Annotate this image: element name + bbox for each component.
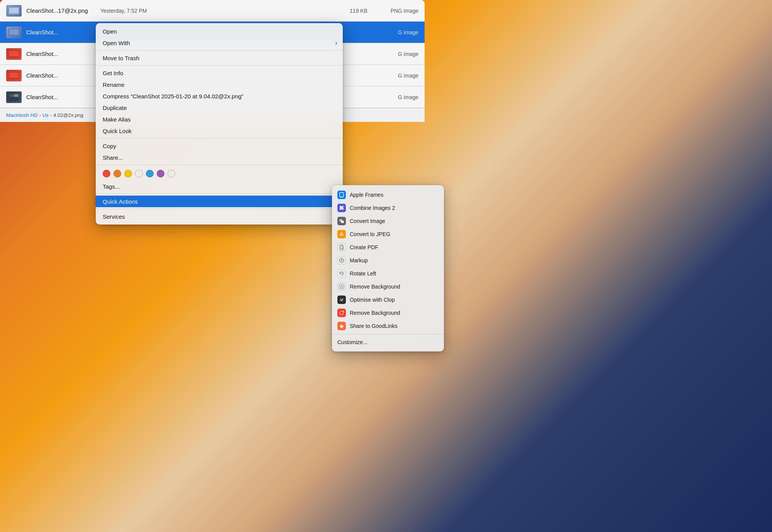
menu-compress[interactable]: Compress “CleanShot 2025-01-20 at 9.04.0… [96, 90, 343, 102]
submenu-markup[interactable]: Markup [332, 254, 444, 267]
submenu-optimise-clop[interactable]: Optimise with Clop [332, 293, 444, 306]
remove-background-icon-1 [337, 282, 346, 291]
menu-share[interactable]: Share... [96, 152, 343, 163]
submenu-separator [332, 334, 444, 334]
file-type-4: G image [372, 94, 418, 100]
file-thumbnail-0 [6, 5, 22, 17]
svg-rect-9 [9, 94, 14, 97]
menu-quick-look[interactable]: Quick Look [96, 125, 343, 137]
file-name-3: CleanShot... [26, 72, 96, 79]
separator-3 [96, 138, 343, 138]
submenu-rotate-left[interactable]: Rotate Left [332, 267, 444, 280]
menu-duplicate[interactable]: Duplicate [96, 102, 343, 113]
separator-4 [96, 165, 343, 165]
file-type-3: G image [372, 73, 418, 79]
svg-rect-7 [9, 73, 19, 78]
submenu-convert-jpeg[interactable]: Convert to JPEG [332, 228, 444, 241]
submenu-customize[interactable]: Customize... [332, 336, 444, 348]
menu-services[interactable]: Services [96, 211, 343, 222]
separator-5 [96, 194, 343, 194]
submenu-combine-images[interactable]: Combine Images 2 [332, 201, 444, 214]
svg-rect-5 [9, 51, 19, 56]
color-red[interactable] [103, 170, 110, 177]
color-none[interactable] [135, 170, 143, 177]
file-thumbnail-3 [6, 70, 22, 81]
breadcrumb-sep-2: › [50, 112, 52, 118]
submenu-share-goodlinks[interactable]: Share to GoodLinks [332, 319, 444, 333]
submenu-convert-image[interactable]: Convert Image [332, 214, 444, 228]
submenu-remove-background-2[interactable]: Remove Background [332, 306, 444, 319]
rotate-left-icon [337, 269, 346, 278]
submenu-apple-frames[interactable]: Apple Frames [332, 188, 444, 201]
color-blue[interactable] [146, 170, 154, 177]
separator-2 [96, 65, 343, 66]
separator-6 [96, 209, 343, 209]
menu-rename[interactable]: Rename [96, 79, 343, 90]
svg-rect-3 [9, 29, 19, 35]
svg-rect-12 [341, 196, 342, 197]
optimise-clop-icon [337, 296, 346, 304]
finder-row-0[interactable]: CleanShot...17@2x.png Yesterday, 7:52 PM… [0, 0, 425, 22]
menu-tags[interactable]: Tags... [96, 181, 343, 192]
share-goodlinks-icon [337, 322, 346, 330]
submenu-create-pdf[interactable]: PDF Create PDF [332, 241, 444, 254]
create-pdf-icon: PDF [337, 243, 346, 252]
file-thumbnail-2 [6, 48, 22, 60]
file-type-1: G image [372, 29, 418, 35]
context-menu: Open Open With Move to Trash Get Info Re… [96, 23, 343, 225]
svg-text:PDF: PDF [340, 247, 344, 249]
svg-rect-14 [341, 221, 344, 223]
color-yellow[interactable] [124, 170, 132, 177]
color-tags-row [96, 167, 343, 181]
file-name-1: CleanShot... [26, 29, 96, 35]
breadcrumb-sep-1: › [39, 112, 41, 118]
menu-quick-actions[interactable]: Quick Actions [96, 196, 343, 207]
menu-open-with[interactable]: Open With [96, 37, 343, 49]
menu-open[interactable]: Open [96, 25, 343, 37]
svg-rect-17 [339, 284, 344, 289]
file-name-4: CleanShot... [26, 94, 96, 100]
breadcrumb-file: 4.02@2x.png [53, 112, 83, 118]
svg-rect-10 [14, 94, 19, 97]
breadcrumb-hd[interactable]: Macintosh HD [6, 112, 38, 118]
remove-background-icon-2 [337, 309, 346, 317]
convert-jpeg-icon [337, 230, 346, 238]
submenu-remove-background-1[interactable]: Remove Background [332, 280, 444, 293]
svg-point-18 [340, 298, 344, 302]
color-orange[interactable] [113, 170, 121, 177]
menu-copy[interactable]: Copy [96, 140, 343, 152]
file-date-0: Yesterday, 7:52 PM [100, 8, 332, 14]
convert-image-icon [337, 217, 346, 225]
file-name-0: CleanShot...17@2x.png [26, 7, 96, 14]
file-name-2: CleanShot... [26, 51, 96, 57]
menu-make-alias[interactable]: Make Alias [96, 113, 343, 125]
color-purple[interactable] [157, 170, 164, 177]
color-gray[interactable] [168, 170, 175, 177]
menu-get-info[interactable]: Get Info [96, 67, 343, 79]
breadcrumb-us[interactable]: Us [42, 112, 49, 118]
quick-actions-submenu: Apple Frames Combine Images 2 Convert Im… [332, 185, 444, 351]
menu-move-to-trash[interactable]: Move to Trash [96, 52, 343, 64]
file-thumbnail-1 [6, 27, 22, 38]
file-type-0: PNG image [372, 8, 418, 14]
markup-icon [337, 256, 346, 265]
separator-1 [96, 50, 343, 51]
svg-rect-1 [9, 8, 19, 13]
apple-frames-icon [337, 191, 346, 199]
combine-images-icon [337, 204, 346, 212]
file-size-0: 119 KB [337, 8, 367, 14]
file-thumbnail-4 [6, 91, 22, 103]
file-type-2: G image [372, 51, 418, 57]
